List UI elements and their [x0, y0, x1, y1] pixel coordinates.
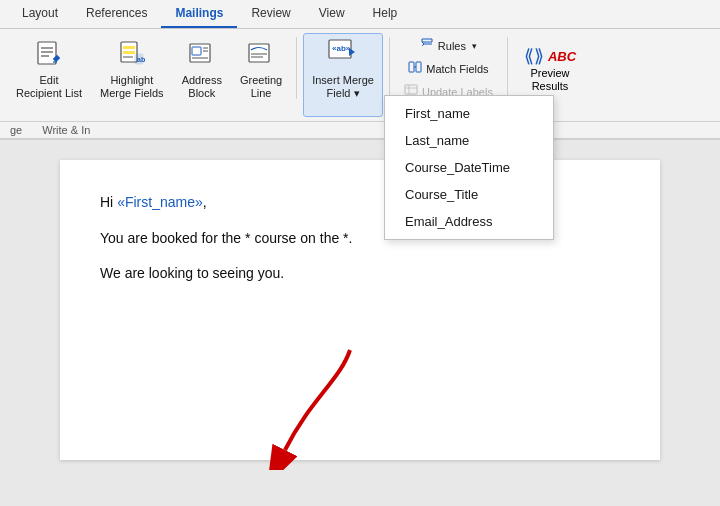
address-block-icon [188, 40, 216, 72]
match-fields-button[interactable]: Match Fields [404, 58, 492, 79]
ribbon-status-bar: ge Write & In [0, 121, 720, 139]
dropdown-item-last-name[interactable]: Last_name [385, 127, 553, 154]
svg-rect-16 [249, 44, 269, 62]
ribbon-page-indicator: ge [10, 124, 22, 136]
ribbon-tab-bar: Layout References Mailings Review View H… [0, 0, 720, 29]
ribbon-group-indicator: Write & In [42, 124, 90, 136]
document-page: Hi «First_name», You are booked for the … [60, 160, 660, 460]
highlight-merge-fields-label: HighlightMerge Fields [100, 74, 164, 100]
svg-text:«ab»: «ab» [332, 44, 351, 53]
dropdown-item-course-title[interactable]: Course_Title [385, 181, 553, 208]
insert-merge-field-icon: «ab» [327, 38, 359, 72]
tab-mailings[interactable]: Mailings [161, 0, 237, 28]
preview-results-label: PreviewResults [530, 67, 569, 93]
preview-abc-text: ABC [548, 50, 576, 63]
dropdown-item-email-address[interactable]: Email_Address [385, 208, 553, 235]
dropdown-item-first-name[interactable]: First_name [385, 100, 553, 127]
tab-help[interactable]: Help [359, 0, 412, 28]
svg-rect-22 [409, 62, 414, 72]
svg-rect-7 [123, 51, 135, 54]
greeting-line-label: GreetingLine [240, 74, 282, 100]
edit-recipient-list-button[interactable]: EditRecipient List [8, 33, 90, 117]
doc-spacer-2 [100, 251, 620, 261]
ribbon: Layout References Mailings Review View H… [0, 0, 720, 140]
dropdown-item-course-datetime[interactable]: Course_DateTime [385, 154, 553, 181]
doc-line-5: We are looking to seeing you. [100, 261, 620, 286]
match-fields-icon [408, 60, 422, 77]
ribbon-content: EditRecipient List ab HighlightMerge Fie… [0, 29, 720, 121]
address-block-button[interactable]: AddressBlock [174, 33, 230, 117]
tab-view[interactable]: View [305, 0, 359, 28]
insert-merge-field-label: Insert MergeField ▾ [312, 74, 374, 100]
edit-recipient-list-label: EditRecipient List [16, 74, 82, 100]
edit-recipient-list-icon [35, 40, 63, 72]
ribbon-divider-2 [389, 37, 390, 99]
highlight-merge-fields-button[interactable]: ab HighlightMerge Fields [92, 33, 172, 117]
greeting-line-button[interactable]: GreetingLine [232, 33, 290, 117]
insert-merge-field-button[interactable]: «ab» Insert MergeField ▾ [303, 33, 383, 117]
rules-label: Rules [438, 40, 466, 52]
merge-field-first-name: «First_name» [117, 194, 203, 210]
ribbon-divider-1 [296, 37, 297, 99]
insert-merge-field-dropdown: First_name Last_name Course_DateTime Cou… [384, 95, 554, 240]
highlight-merge-fields-icon: ab [118, 40, 146, 72]
match-fields-label: Match Fields [426, 63, 488, 75]
svg-marker-21 [349, 48, 355, 56]
address-block-label: AddressBlock [182, 74, 222, 100]
svg-rect-6 [123, 46, 135, 49]
svg-text:ab: ab [137, 56, 145, 63]
tab-review[interactable]: Review [237, 0, 304, 28]
ribbon-divider-3 [507, 37, 508, 99]
svg-rect-25 [405, 85, 417, 94]
tab-layout[interactable]: Layout [8, 0, 72, 28]
svg-rect-0 [38, 42, 56, 64]
rules-button[interactable]: Rules ▾ [416, 35, 481, 56]
svg-rect-23 [416, 62, 421, 72]
document-area: Hi «First_name», You are booked for the … [0, 140, 720, 506]
preview-results-icons: ⟪⟫ ABC [524, 47, 576, 65]
rules-dropdown-arrow: ▾ [472, 41, 477, 51]
preview-arrows-icon: ⟪⟫ [524, 47, 544, 65]
tab-references[interactable]: References [72, 0, 161, 28]
rules-icon [420, 37, 434, 54]
greeting-line-icon [247, 40, 275, 72]
